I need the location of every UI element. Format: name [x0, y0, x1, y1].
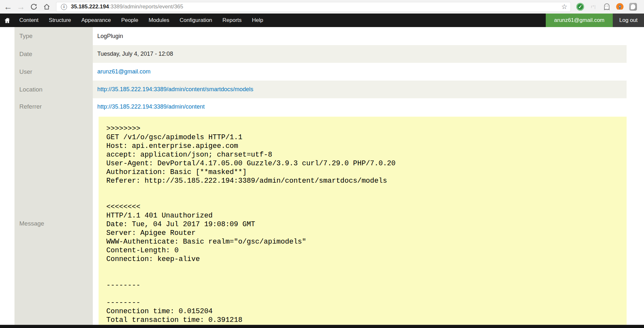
table-row-type: Type LogPlugin — [14, 27, 627, 45]
mini-extension-icon[interactable]: r*| — [589, 3, 598, 11]
green-check-extension-icon[interactable]: ✓ — [576, 3, 584, 11]
table-row-location: Location http://35.185.222.194:3389/admi… — [14, 81, 627, 98]
row-label: Date — [14, 45, 93, 63]
page-info-icon[interactable]: i — [61, 4, 67, 10]
url-path: :3389/admin/reports/event/365 — [109, 4, 183, 10]
toolbar-item-structure[interactable]: Structure — [44, 14, 76, 27]
toolbar-item-configuration[interactable]: Configuration — [174, 14, 217, 27]
url-text[interactable]: 35.185.222.194:3389/admin/reports/event/… — [71, 4, 183, 10]
message-log-text: >>>>>>>> GET /v1/o/gsc/apimodels HTTP/1.… — [99, 117, 627, 328]
url-host: 35.185.222.194 — [71, 4, 109, 10]
ghost-extension-icon[interactable] — [602, 3, 611, 11]
toolbar-item-reports[interactable]: Reports — [217, 14, 247, 27]
screenshot-extension-icon[interactable] — [629, 3, 637, 11]
toolbar-item-help[interactable]: Help — [247, 14, 268, 27]
toolbar-item-appearance[interactable]: Appearance — [76, 14, 116, 27]
date-value: Tuesday, July 4, 2017 - 12:08 — [97, 51, 173, 57]
reload-icon[interactable] — [29, 2, 39, 12]
openvpn-extension-icon[interactable] — [616, 3, 624, 11]
type-value: LogPlugin — [97, 33, 123, 40]
row-label: User — [14, 63, 93, 81]
forward-icon: → — [16, 2, 26, 12]
toolbar-spacer — [268, 14, 546, 27]
back-icon[interactable]: ← — [3, 2, 13, 12]
user-link[interactable]: arunz61@gmail.com — [97, 68, 150, 75]
logout-button[interactable]: Log out — [613, 14, 644, 27]
row-label: Type — [14, 27, 93, 45]
browser-menu-icon[interactable] — [642, 3, 644, 11]
row-label: Referrer — [14, 98, 93, 115]
account-email-button[interactable]: arunz61@gmail.com — [546, 14, 613, 27]
admin-home-icon[interactable] — [0, 14, 14, 27]
bottom-edge-bar — [0, 325, 644, 328]
table-row-user: User arunz61@gmail.com — [14, 63, 627, 81]
toolbar-item-modules[interactable]: Modules — [143, 14, 174, 27]
toolbar-item-people[interactable]: People — [116, 14, 143, 27]
location-link[interactable]: http://35.185.222.194:3389/admin/content… — [97, 86, 253, 93]
home-icon[interactable] — [42, 2, 52, 12]
referrer-link[interactable]: http://35.185.222.194:3389/admin/content — [97, 103, 205, 110]
table-row-referrer: Referrer http://35.185.222.194:3389/admi… — [14, 98, 627, 115]
log-event-table: Type LogPlugin Date Tuesday, July 4, 201… — [14, 27, 627, 328]
row-label: Message — [14, 115, 93, 328]
table-row-message: Message >>>>>>>> GET /v1/o/gsc/apimodels… — [14, 115, 627, 328]
browser-toolbar: ← → i 35.185.222.194:3389/admin/reports/… — [0, 0, 644, 14]
screen: ← → i 35.185.222.194:3389/admin/reports/… — [0, 0, 644, 328]
page-content: Type LogPlugin Date Tuesday, July 4, 201… — [0, 27, 644, 328]
extensions-area: ✓ r*| — [576, 3, 644, 11]
admin-toolbar: Content Structure Appearance People Modu… — [0, 14, 644, 27]
address-bar[interactable]: i 35.185.222.194:3389/admin/reports/even… — [56, 2, 571, 12]
toolbar-item-content[interactable]: Content — [14, 14, 44, 27]
row-label: Location — [14, 81, 93, 98]
table-row-date: Date Tuesday, July 4, 2017 - 12:08 — [14, 45, 627, 63]
bookmark-star-icon[interactable]: ☆ — [561, 3, 567, 11]
